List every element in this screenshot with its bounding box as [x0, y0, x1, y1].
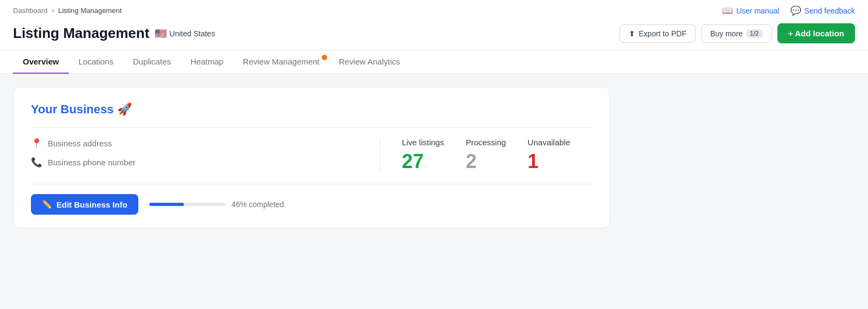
live-listings-value: 27 — [402, 150, 424, 173]
phone-icon: 📞 — [31, 157, 42, 168]
processing-label: Processing — [465, 138, 506, 147]
send-feedback-link[interactable]: 💬 Send feedback — [790, 5, 855, 16]
edit-business-info-button[interactable]: ✏️ Edit Business Info — [31, 194, 138, 215]
add-location-label: + Add location — [788, 29, 844, 38]
business-phone-label: Business phone number — [48, 158, 136, 167]
progress-container: 46% completed — [149, 200, 592, 209]
live-listings-label: Live listings — [402, 138, 444, 147]
business-phone-field: 📞 Business phone number — [31, 157, 358, 168]
country-name: United States — [169, 29, 215, 38]
progress-bar-background — [149, 203, 225, 206]
business-address-field: 📍 Business address — [31, 138, 358, 149]
business-fields: 📍 Business address 📞 Business phone numb… — [31, 138, 380, 173]
buy-more-button[interactable]: Buy more 1/2 — [701, 24, 772, 43]
tab-duplicates[interactable]: Duplicates — [123, 50, 181, 74]
live-listings-stat: Live listings 27 — [402, 138, 466, 173]
tab-locations[interactable]: Locations — [69, 50, 123, 74]
tabs-nav: Overview Locations Duplicates Heatmap Re… — [0, 50, 868, 74]
export-pdf-label: Export to PDF — [639, 29, 686, 38]
processing-stat: Processing 2 — [465, 138, 527, 173]
user-manual-link[interactable]: 📖 User manual — [722, 5, 779, 16]
export-icon: ⬆ — [629, 29, 635, 38]
feedback-icon: 💬 — [790, 5, 801, 16]
business-address-label: Business address — [48, 139, 112, 148]
user-manual-label: User manual — [736, 7, 779, 15]
review-management-notification — [322, 55, 327, 60]
stats-section: Live listings 27 Processing 2 Unavailabl… — [380, 138, 592, 173]
card-footer: ✏️ Edit Business Info 46% completed — [31, 184, 592, 215]
tab-review-analytics[interactable]: Review Analytics — [329, 50, 410, 74]
progress-text: 46% completed — [232, 200, 284, 209]
breadcrumb-separator: > — [51, 7, 55, 15]
country-badge: 🇺🇸 United States — [155, 28, 215, 40]
tab-overview[interactable]: Overview — [13, 50, 69, 74]
edit-business-label: Edit Business Info — [56, 200, 127, 209]
add-location-button[interactable]: + Add location — [777, 23, 855, 43]
buy-more-badge: 1/2 — [746, 29, 763, 38]
progress-bar-fill — [149, 203, 184, 206]
tab-review-management[interactable]: Review Management — [233, 50, 329, 74]
edit-icon: ✏️ — [42, 199, 52, 209]
unavailable-stat: Unavailable 1 — [528, 138, 592, 173]
unavailable-label: Unavailable — [528, 138, 570, 147]
processing-value: 2 — [465, 150, 476, 173]
breadcrumb: Dashboard > Listing Management — [13, 7, 122, 15]
page-title: Listing Management — [13, 25, 149, 42]
location-pin-icon: 📍 — [31, 138, 42, 149]
flag-icon: 🇺🇸 — [155, 28, 167, 40]
export-pdf-button[interactable]: ⬆ Export to PDF — [620, 24, 695, 43]
book-icon: 📖 — [722, 5, 733, 16]
buy-more-label: Buy more — [710, 29, 743, 38]
business-card: Your Business 🚀 📍 Business address 📞 Bus… — [13, 87, 610, 228]
unavailable-value: 1 — [528, 150, 539, 173]
tab-heatmap[interactable]: Heatmap — [181, 50, 233, 74]
breadcrumb-current: Listing Management — [58, 7, 122, 15]
business-card-title: Your Business 🚀 — [31, 102, 592, 117]
send-feedback-label: Send feedback — [805, 7, 855, 15]
breadcrumb-home[interactable]: Dashboard — [13, 7, 48, 15]
